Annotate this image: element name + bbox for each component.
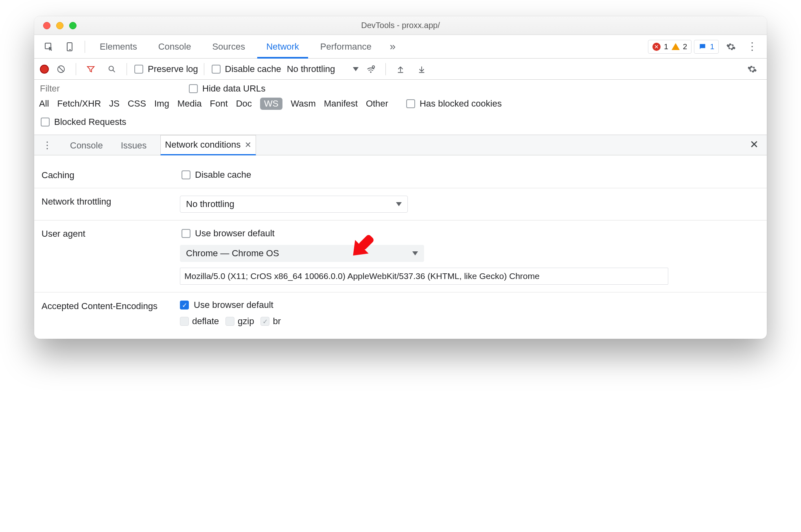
issues-count: 1 <box>710 42 714 51</box>
type-js[interactable]: JS <box>109 98 120 109</box>
ua-use-default-checkbox[interactable]: Use browser default <box>180 228 275 239</box>
close-tab-icon[interactable]: ✕ <box>245 140 252 150</box>
chevron-down-icon <box>412 251 418 255</box>
ua-select[interactable]: Chrome — Chrome OS <box>180 245 424 262</box>
svg-point-7 <box>370 72 371 72</box>
svg-line-4 <box>59 67 63 71</box>
inspect-element-icon[interactable] <box>40 39 58 55</box>
filter-icon[interactable] <box>82 61 100 77</box>
devtools-window: DevTools - proxx.app/ Elements Console S… <box>34 16 767 339</box>
type-img[interactable]: Img <box>154 98 169 109</box>
kebab-menu-icon[interactable]: ⋮ <box>743 39 761 55</box>
type-all[interactable]: All <box>39 98 49 109</box>
close-drawer-icon[interactable]: ✕ <box>746 134 763 155</box>
network-conditions-panel: Caching Disable cache Network throttling… <box>34 155 767 339</box>
disable-cache-checkbox[interactable]: Disable cache <box>210 63 281 75</box>
tab-network[interactable]: Network <box>257 35 308 59</box>
type-media[interactable]: Media <box>177 98 202 109</box>
download-har-icon[interactable] <box>413 61 431 77</box>
enc-gzip-checkbox <box>225 317 234 326</box>
throttling-label: Network throttling <box>42 196 172 207</box>
chevron-down-icon <box>353 67 359 71</box>
filter-input[interactable] <box>39 83 177 94</box>
type-fetchxhr[interactable]: Fetch/XHR <box>57 98 101 109</box>
minimize-window-icon[interactable] <box>56 22 63 29</box>
warning-count: 2 <box>683 42 687 51</box>
enc-use-default-checkbox[interactable]: ✓ <box>180 301 189 310</box>
clear-icon[interactable] <box>52 61 70 77</box>
divider <box>85 41 85 53</box>
blocked-requests-checkbox[interactable]: Blocked Requests <box>39 116 126 128</box>
error-warning-badge[interactable]: ✕ 1 2 <box>648 40 692 54</box>
window-title: DevTools - proxx.app/ <box>34 21 767 30</box>
tabs-overflow-icon[interactable]: » <box>384 39 402 55</box>
svg-line-6 <box>113 70 115 72</box>
settings-icon[interactable] <box>722 39 740 55</box>
error-count: 1 <box>664 42 668 51</box>
toolbar-settings-icon[interactable] <box>743 61 761 77</box>
type-manifest[interactable]: Manifest <box>324 98 358 109</box>
drawer-kebab-icon[interactable]: ⋮ <box>38 137 56 153</box>
tab-performance[interactable]: Performance <box>311 35 381 59</box>
accepted-encodings-label: Accepted Content-Encodings <box>42 300 172 312</box>
error-icon: ✕ <box>652 43 661 51</box>
annotation-arrow-icon <box>344 225 380 262</box>
issues-badge[interactable]: 1 <box>694 40 719 54</box>
drawer-tabstrip: ⋮ Console Issues Network conditions ✕ ✕ <box>34 135 767 155</box>
type-other[interactable]: Other <box>366 98 388 109</box>
throttling-select[interactable]: No throttling <box>287 64 359 74</box>
drawer-tab-network-conditions[interactable]: Network conditions ✕ <box>160 135 256 155</box>
svg-point-8 <box>372 65 375 68</box>
svg-point-5 <box>109 66 114 70</box>
resource-type-filter: All Fetch/XHR JS CSS Img Media Font Doc … <box>34 96 767 114</box>
has-blocked-cookies-checkbox[interactable]: Has blocked cookies <box>405 98 502 109</box>
zoom-window-icon[interactable] <box>69 22 77 29</box>
close-window-icon[interactable] <box>43 22 50 29</box>
drawer-tab-console[interactable]: Console <box>66 136 107 155</box>
type-doc[interactable]: Doc <box>236 98 252 109</box>
hide-data-urls-checkbox[interactable]: Hide data URLs <box>187 83 265 94</box>
chevron-down-icon <box>396 202 402 206</box>
network-toolbar: Preserve log Disable cache No throttling <box>34 59 767 80</box>
user-agent-label: User agent <box>42 228 172 239</box>
type-wasm[interactable]: Wasm <box>291 98 316 109</box>
ua-string-input[interactable]: Mozilla/5.0 (X11; CrOS x86_64 10066.0.0)… <box>180 268 668 285</box>
enc-deflate-checkbox <box>180 317 189 326</box>
filter-row: Hide data URLs <box>34 80 767 96</box>
record-icon[interactable] <box>40 65 49 74</box>
enc-br-checkbox: ✓ <box>260 317 269 326</box>
upload-har-icon[interactable] <box>392 61 409 77</box>
type-font[interactable]: Font <box>210 98 228 109</box>
search-icon[interactable] <box>103 61 121 77</box>
network-settings-icon[interactable] <box>362 61 380 77</box>
tab-console[interactable]: Console <box>149 35 200 59</box>
titlebar: DevTools - proxx.app/ <box>34 16 767 35</box>
drawer-tab-issues[interactable]: Issues <box>117 136 151 155</box>
throttling-select-box[interactable]: No throttling <box>180 196 408 213</box>
toggle-device-icon[interactable] <box>61 39 79 55</box>
tab-sources[interactable]: Sources <box>203 35 254 59</box>
caching-disable-checkbox[interactable]: Disable cache <box>180 169 251 181</box>
message-icon <box>698 43 707 51</box>
warning-icon <box>672 43 680 50</box>
caching-label: Caching <box>42 169 172 181</box>
main-tabstrip: Elements Console Sources Network Perform… <box>34 35 767 59</box>
type-css[interactable]: CSS <box>128 98 146 109</box>
tab-elements[interactable]: Elements <box>91 35 146 59</box>
type-ws[interactable]: WS <box>260 98 282 110</box>
preserve-log-checkbox[interactable]: Preserve log <box>133 63 198 75</box>
